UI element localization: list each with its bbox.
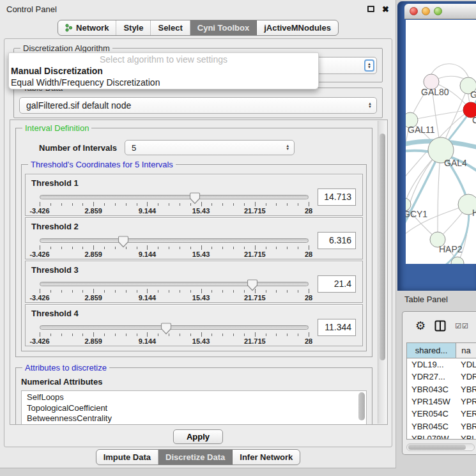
tab-style[interactable]: Style — [116, 20, 151, 35]
slider-handle[interactable] — [118, 236, 128, 248]
list-scrollbar[interactable] — [358, 392, 365, 420]
threshold-slider[interactable]: -3.4262.8599.14415.4321.71528 — [40, 192, 309, 215]
combo-arrows-icon: ▲▼ — [368, 102, 372, 109]
attribute-item-selfloops[interactable]: SelfLoops — [27, 392, 366, 403]
table-horizontal-scrollbar[interactable] — [406, 443, 475, 451]
bottom-tab-segments: Impute DataDiscretize DataInfer Network — [96, 449, 301, 465]
table-row[interactable]: YDL19...YDL1 — [407, 358, 476, 371]
network-icon — [65, 24, 73, 32]
network-window-titlebar — [404, 4, 476, 19]
close-button[interactable] — [410, 7, 418, 15]
combo-arrows-icon: ▲▼ — [367, 63, 371, 69]
popup-hint: Select algorithm to view settings — [9, 53, 318, 65]
table-panel-title: Table Panel — [404, 295, 448, 304]
threshold-value-field[interactable]: 21.4 — [318, 275, 356, 293]
threshold-label: Threshold 3 — [31, 265, 79, 275]
discretization-algorithm-label: Discretization Algorithm — [20, 43, 112, 53]
threshold-slider[interactable]: -3.4262.8599.14415.4321.71528 — [40, 236, 309, 259]
algorithm-popup: Select algorithm to view settings Manual… — [8, 52, 319, 89]
settings-scroll-area: Interval Definition Number of Intervals … — [10, 119, 388, 425]
popup-options: Manual DiscretizationEqual Width/Frequen… — [9, 65, 318, 88]
slider-handle[interactable] — [190, 192, 201, 204]
table-row[interactable]: YBL079WYBL0 — [407, 433, 476, 440]
close-icon[interactable]: ✖ — [382, 4, 389, 14]
threshold-slider[interactable]: -3.4262.8599.14415.4321.71528 — [40, 323, 309, 346]
attribute-item-betweennesscentrality[interactable]: BetweennessCentrality — [27, 413, 366, 424]
slider-ticks — [40, 245, 309, 250]
zoom-button[interactable] — [434, 7, 442, 15]
node-label-gal11: GAL11 — [408, 125, 435, 135]
table-panel: ⚙ ☑☑ shared... na YDL19...YDL1YDR27...YD… — [402, 311, 476, 455]
attributes-group-label: Attributes to discretize — [22, 363, 109, 372]
table-row[interactable]: YBR043CYBR0 — [407, 383, 476, 395]
table-row[interactable]: YBR045CYBR0 — [407, 420, 476, 432]
column-header-shared-name[interactable]: shared... — [407, 343, 456, 358]
threshold-value-field[interactable]: 14.713 — [318, 188, 356, 206]
split-columns-icon[interactable] — [434, 320, 446, 332]
threshold-value-field[interactable]: 6.316 — [318, 232, 356, 249]
number-of-intervals-combobox[interactable]: 5 ▲▼ — [125, 140, 295, 155]
cyni-toolbox-content: Discretization Algorithm ▲▼ Select algor… — [4, 38, 392, 447]
combo-arrows-icon: ▲▼ — [286, 144, 289, 151]
select-columns-icon[interactable]: ☑☑ — [455, 322, 469, 330]
slider-track[interactable] — [40, 325, 309, 330]
number-of-intervals-value: 5 — [132, 143, 136, 153]
network-edge[interactable] — [438, 150, 441, 240]
slider-track[interactable] — [40, 195, 309, 199]
attribute-item-topologicalcoefficient[interactable]: TopologicalCoefficient — [27, 403, 366, 414]
table-rows: YDL19...YDL1YDR27...YDR2YBR043CYBR0YPR14… — [407, 358, 476, 440]
slider-ticks — [40, 332, 309, 337]
node-label-gal: GAL — [470, 89, 476, 100]
slider-tick-labels: -3.4262.8599.14415.4321.71528 — [40, 294, 309, 302]
slider-handle[interactable] — [247, 279, 257, 291]
table-data-group: Table Data galFiltered.sif default node … — [13, 88, 383, 118]
table-panel-toolbar: ⚙ ☑☑ — [403, 312, 476, 340]
slider-track[interactable] — [40, 282, 309, 286]
node-label-hap2: HAP2 — [439, 244, 463, 254]
table-data-combobox[interactable]: galFiltered.sif default node ▲▼ — [19, 97, 377, 114]
bottom-tab-bar: Impute DataDiscretize DataInfer Network — [0, 449, 396, 465]
slider-handle[interactable] — [160, 323, 171, 335]
node-label-gcy1: GCY1 — [406, 209, 427, 219]
number-of-intervals-label: Number of Intervals — [39, 143, 117, 153]
float-window-icon[interactable] — [367, 6, 374, 12]
tab-infer-network[interactable]: Infer Network — [233, 450, 300, 464]
popup-option-manual-discretization[interactable]: Manual Discretization — [9, 65, 318, 77]
table-row[interactable]: YER054CYER0 — [407, 408, 476, 420]
tab-impute-data[interactable]: Impute Data — [96, 450, 158, 464]
threshold-sliders: Threshold 1-3.4262.8599.14415.4321.71528… — [25, 174, 363, 346]
node-label-c: C — [472, 115, 476, 125]
table-header-row: shared... na — [407, 343, 476, 358]
tab-discretize-data[interactable]: Discretize Data — [158, 450, 233, 464]
control-panel-titlebar: Control Panel ✖ — [0, 0, 395, 18]
threshold-panel-2: Threshold 2-3.4262.8599.14415.4321.71528… — [25, 217, 363, 259]
table-row[interactable]: YDR27...YDR2 — [407, 371, 476, 383]
network-canvas[interactable]: GAL80GALCGAL11GAL4GCY1HHAP2 — [406, 20, 476, 264]
slider-track[interactable] — [40, 238, 309, 243]
minimize-button[interactable] — [422, 7, 430, 15]
slider-ticks — [40, 201, 309, 206]
popup-option-equal-width-frequency-discretization[interactable]: Equal Width/Frequency Discretization — [9, 77, 318, 88]
combo-arrow-button[interactable]: ▲▼ — [364, 59, 374, 72]
threshold-label: Threshold 1 — [31, 178, 79, 188]
table-scrollbar-thumb[interactable] — [408, 445, 466, 450]
gear-icon[interactable]: ⚙ — [415, 319, 426, 333]
tab-select[interactable]: Select — [151, 20, 190, 35]
scrollbar-thumb[interactable] — [380, 134, 385, 360]
table-data-value: galFiltered.sif default node — [26, 100, 131, 111]
threshold-value-field[interactable]: 11.344 — [318, 319, 356, 336]
numerical-attributes-list[interactable]: SelfLoopsTopologicalCoefficientBetweenne… — [21, 390, 367, 424]
apply-button[interactable]: Apply — [173, 429, 223, 444]
column-header-name[interactable]: na — [456, 343, 476, 358]
tab-jactivemnodules[interactable]: jActiveMNodules — [257, 20, 338, 35]
tab-network[interactable]: Network — [58, 20, 116, 35]
slider-tick-labels: -3.4262.8599.14415.4321.71528 — [40, 207, 309, 215]
tab-cyni-toolbox[interactable]: Cyni Toolbox — [190, 20, 257, 35]
attributes-to-discretize-group: Attributes to discretize Numerical Attri… — [15, 367, 372, 424]
top-tab-segments: NetworkStyleSelectCyni ToolboxjActiveMNo… — [58, 20, 339, 36]
node-table[interactable]: shared... na YDL19...YDL1YDR27...YDR2YBR… — [406, 342, 476, 440]
network-edge[interactable] — [410, 110, 471, 120]
vertical-scrollbar[interactable] — [378, 121, 387, 424]
threshold-slider[interactable]: -3.4262.8599.14415.4321.71528 — [40, 279, 309, 302]
table-row[interactable]: YPR145WYPR1 — [407, 395, 476, 408]
